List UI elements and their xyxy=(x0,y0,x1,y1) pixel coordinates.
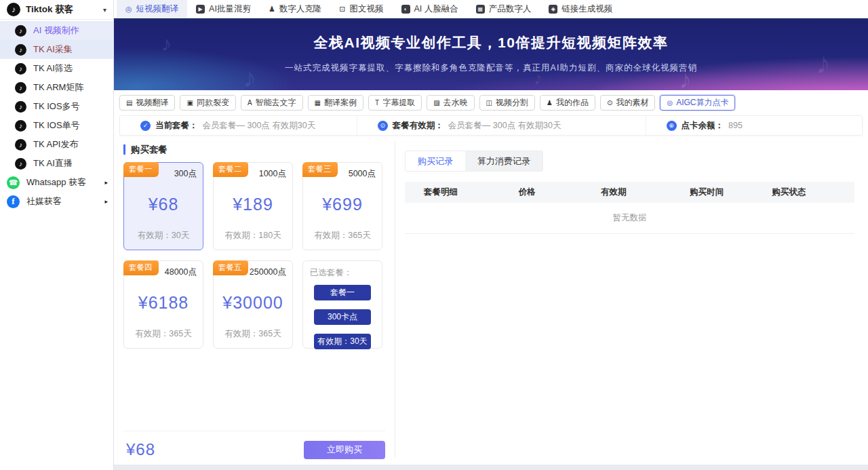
translate-cases-button[interactable]: ▦ 翻译案例 xyxy=(308,95,363,111)
aigc-points-card-button[interactable]: ◎ AIGC算力点卡 xyxy=(660,95,735,111)
sidebar-nav: ♪ AI 视频制作 ♪ TK AI采集 ♪ TK AI筛选 ♪ TK ARM矩阵… xyxy=(0,20,113,211)
sidebar-item-label: TK IOS多号 xyxy=(33,100,80,113)
spacer xyxy=(123,349,388,431)
package-card-1[interactable]: 套餐一 300点 ¥68 有效期：30天 xyxy=(123,162,203,250)
tab-label: 链接生成视频 xyxy=(561,3,612,15)
sidebar-item-label: AI 视频制作 xyxy=(33,24,79,37)
sidebar-item-tk-arm-matrix[interactable]: ♪ TK ARM矩阵 xyxy=(0,78,113,97)
text-removal-icon: A xyxy=(248,99,252,106)
package-price: ¥699 xyxy=(322,195,363,214)
package-validity: 有效期：180天 xyxy=(224,230,281,241)
my-materials-button[interactable]: ⊙ 我的素材 xyxy=(600,95,655,111)
content-area: 购买套餐 套餐一 300点 ¥68 有效期：30天 套餐二 1000点 ¥189… xyxy=(114,136,868,470)
video-translate-button[interactable]: ▤ 视频翻译 xyxy=(119,95,175,111)
sidebar-item-tk-ios-multi[interactable]: ♪ TK IOS多号 xyxy=(0,97,113,116)
clip-icon: ▶ xyxy=(196,5,205,14)
top-tab-bar: ◎ 短视频翻译 ▶ AI批量混剪 ♟ 数字人克隆 ⊡ 图文视频 ◐ AI 人脸融… xyxy=(114,0,868,20)
membership-info-bar: ✓ 当前套餐： 会员套餐— 300点 有效期30天 ⊙ 套餐有效期： 会员套餐—… xyxy=(119,115,863,136)
package-badge: 套餐四 xyxy=(123,260,159,275)
tab-digital-human-clone[interactable]: ♟ 数字人克隆 xyxy=(260,0,330,18)
video-split-button[interactable]: ◫ 视频分割 xyxy=(479,95,535,111)
tiktok-icon: ♪ xyxy=(15,25,26,37)
button-label: 视频分割 xyxy=(496,97,528,109)
package-validity: 有效期：365天 xyxy=(314,230,370,241)
tab-link-generate-video[interactable]: ◈ 链接生成视频 xyxy=(540,0,621,18)
package-points: 1000点 xyxy=(259,168,286,180)
tab-label: AI批量混剪 xyxy=(209,3,251,15)
package-points: 300点 xyxy=(174,168,197,180)
purchase-panel: 购买套餐 套餐一 300点 ¥68 有效期：30天 套餐二 1000点 ¥189… xyxy=(119,138,388,463)
face-fusion-icon: ◐ xyxy=(401,5,410,14)
same-style-fission-button[interactable]: ▣ 同款裂变 xyxy=(180,95,235,111)
sidebar-item-label: Whatsapp 获客 xyxy=(26,176,86,189)
package-points: 5000点 xyxy=(349,168,376,180)
tab-ai-batch-clip[interactable]: ▶ AI批量混剪 xyxy=(187,0,260,18)
selected-plan-pills: 套餐一 300卡点 有效期：30天 xyxy=(310,285,375,349)
package-card-5[interactable]: 套餐五 250000点 ¥30000 有效期：365天 xyxy=(213,260,293,349)
button-label: 智能去文字 xyxy=(256,97,296,109)
package-badge: 套餐五 xyxy=(213,260,248,275)
package-points: 250000点 xyxy=(250,267,286,278)
chevron-right-icon: ▸ xyxy=(104,179,108,186)
selected-plan-points-pill: 300卡点 xyxy=(314,309,371,325)
empty-state-text: 暂无数据 xyxy=(405,203,854,234)
purchase-footer: ¥68 立即购买 xyxy=(123,431,388,463)
records-tab-group: 购买记录 算力消费记录 xyxy=(405,151,543,172)
tab-ai-face-fusion[interactable]: ◐ AI 人脸融合 xyxy=(393,0,467,18)
sidebar-item-tk-api-publish[interactable]: ♪ TK API发布 xyxy=(0,135,113,154)
media-play-icon: ⊡ xyxy=(339,5,345,14)
package-card-3[interactable]: 套餐三 5000点 ¥699 有效期：365天 xyxy=(302,162,382,250)
tab-short-video-translate[interactable]: ◎ 短视频翻译 xyxy=(117,0,187,18)
subtitle-extract-button[interactable]: T 字幕提取 xyxy=(368,95,422,111)
sidebar-header[interactable]: ♪ Tiktok 获客 ▾ xyxy=(0,0,113,20)
sidebar-item-social-media[interactable]: f 社媒获客 ▸ xyxy=(0,192,113,211)
package-price: ¥6188 xyxy=(138,293,189,313)
col-price: 价格 xyxy=(519,187,601,198)
sidebar-item-ai-video-create[interactable]: ♪ AI 视频制作 xyxy=(0,21,113,40)
package-price: ¥68 xyxy=(149,195,179,214)
balance-icon: ⊕ xyxy=(667,121,677,131)
tab-image-text-video[interactable]: ⊡ 图文视频 xyxy=(330,0,392,18)
tiktok-icon: ♪ xyxy=(15,120,26,132)
tab-product-digital-human[interactable]: ▦ 产品数字人 xyxy=(467,0,540,18)
sidebar-item-tk-ai-live[interactable]: ♪ TK AI直播 xyxy=(0,154,113,173)
tiktok-icon: ♪ xyxy=(15,82,26,94)
tab-purchase-records[interactable]: 购买记录 xyxy=(406,151,465,171)
tiktok-icon: ♪ xyxy=(15,158,26,170)
package-card-4[interactable]: 套餐四 48000点 ¥6188 有效期：365天 xyxy=(123,260,203,349)
package-card-2[interactable]: 套餐二 1000点 ¥189 有效期：180天 xyxy=(213,162,293,250)
smart-text-removal-button[interactable]: A 智能去文字 xyxy=(241,95,303,111)
plan-validity-value: 会员套餐— 300点 有效期30天 xyxy=(448,120,561,132)
watermark-removal-button[interactable]: ▨ 去水映 xyxy=(427,95,474,111)
col-purchase-status: 购买状态 xyxy=(772,187,854,198)
sidebar-item-label: TK API发布 xyxy=(33,138,78,151)
button-label: 同款裂变 xyxy=(197,97,229,109)
button-label: 翻译案例 xyxy=(324,97,357,109)
button-label: AIGC算力点卡 xyxy=(676,97,728,109)
person-clone-icon: ♟ xyxy=(269,5,275,14)
sidebar-item-label: TK AI直播 xyxy=(33,157,73,170)
sidebar-item-label: TK ARM矩阵 xyxy=(33,81,83,94)
tab-label: AI 人脸融合 xyxy=(414,3,458,15)
subtitle-extract-icon: T xyxy=(375,99,379,106)
total-price: ¥68 xyxy=(126,440,155,459)
buy-now-button[interactable]: 立即购买 xyxy=(304,441,385,459)
hero-banner: ♪ ♪ ♪ ♪ ♪ 全栈AI视频专业创作工具，10倍提升短视频矩阵效率 一站式完… xyxy=(114,20,868,90)
link-video-icon: ◈ xyxy=(549,5,557,14)
video-split-icon: ◫ xyxy=(486,99,492,106)
button-label: 视频翻译 xyxy=(136,97,168,109)
bottom-edge-band xyxy=(114,465,868,470)
my-works-button[interactable]: ♟ 我的作品 xyxy=(540,95,595,111)
sidebar-item-whatsapp[interactable]: ☎ Whatsapp 获客 ▸ xyxy=(0,173,113,192)
tiktok-icon: ♪ xyxy=(15,63,26,75)
sidebar-item-tk-ai-filter[interactable]: ♪ TK AI筛选 xyxy=(0,59,113,78)
chevron-down-icon[interactable]: ▾ xyxy=(103,6,106,14)
purchase-section-title: 购买套餐 xyxy=(123,144,388,155)
package-price: ¥189 xyxy=(233,195,273,214)
selected-plan-name-pill: 套餐一 xyxy=(314,285,371,300)
sidebar-item-tk-ios-single[interactable]: ♪ TK IOS单号 xyxy=(0,116,113,135)
tab-consumption-records[interactable]: 算力消费记录 xyxy=(465,151,542,171)
main-area: ◎ 短视频翻译 ▶ AI批量混剪 ♟ 数字人克隆 ⊡ 图文视频 ◐ AI 人脸融… xyxy=(114,0,868,470)
sidebar-item-tk-ai-collect[interactable]: ♪ TK AI采集 xyxy=(0,40,113,59)
tiktok-icon: ♪ xyxy=(15,139,26,151)
